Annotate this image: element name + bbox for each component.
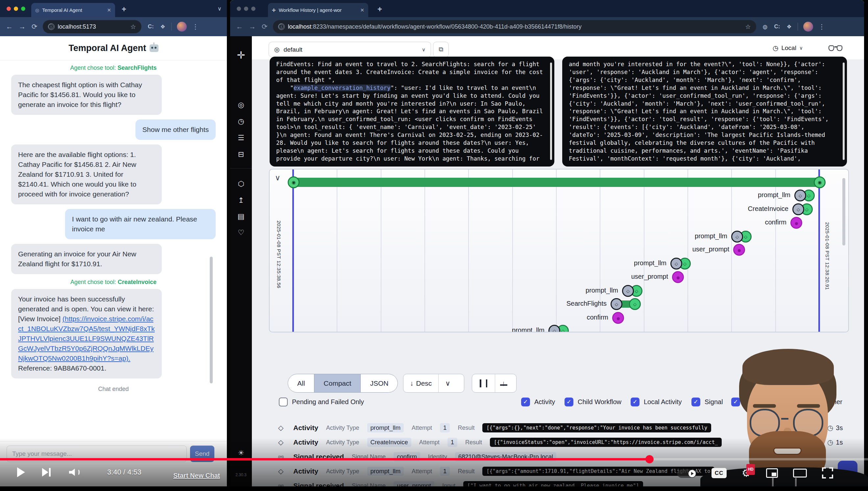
view-tab-compact[interactable]: Compact — [314, 374, 360, 392]
signal-marker[interactable] — [612, 312, 624, 324]
docs-icon[interactable]: ▤ — [230, 212, 252, 221]
sort-desc-button[interactable]: ↓Desc — [403, 374, 438, 392]
site-info-icon[interactable]: ⓘ — [48, 23, 55, 30]
temporal-logo-icon[interactable]: ✛ — [230, 49, 252, 61]
settings-gear-icon[interactable]: ⚙HD — [742, 468, 751, 478]
event-history-timeline[interactable]: ∨ 2025-01-08 PST 12:35:38.56 2025-01-08 … — [269, 169, 849, 333]
chat-scrollbar[interactable] — [210, 257, 213, 383]
activity-scheduled-marker[interactable]: ◇ — [622, 285, 634, 297]
bookmark-star-icon[interactable]: ☆ — [745, 23, 751, 31]
tab-close-icon[interactable]: ✕ — [107, 7, 111, 13]
reload-icon[interactable]: ⟳ — [32, 23, 37, 31]
back-icon[interactable]: ← — [236, 23, 243, 31]
activity-scheduled-marker[interactable]: ◇ — [671, 258, 682, 269]
download-button[interactable]: ↓ — [495, 374, 512, 392]
codec-server-icon[interactable]: ⬡ — [230, 180, 252, 188]
start-new-chat-link[interactable]: Start New Chat — [173, 472, 220, 480]
new-tab-button[interactable]: + — [377, 5, 382, 14]
invoice-link[interactable]: (https://invoice.stripe.com/i/acct_1NBOL… — [18, 315, 155, 362]
bookmark-star-icon[interactable]: ☆ — [130, 23, 136, 31]
import-icon[interactable]: ↥ — [230, 196, 252, 205]
zoom-window-button[interactable] — [251, 7, 255, 11]
collapse-timeline-chevron-icon[interactable]: ∨ — [275, 173, 280, 182]
profile-avatar[interactable] — [803, 22, 813, 32]
address-bar[interactable]: ⓘ localhost:5173 ☆ — [43, 20, 142, 33]
profile-avatar[interactable] — [177, 22, 187, 32]
activity-scheduled-marker[interactable]: ◇ — [549, 325, 560, 333]
address-bar[interactable]: ⓘ localhost:8233/namespaces/default/work… — [273, 20, 756, 33]
signal-marker[interactable] — [672, 271, 684, 283]
chat-message-list[interactable]: Agent chose tool: SearchFlightsThe cheap… — [0, 61, 227, 440]
theater-mode-button[interactable] — [793, 469, 807, 478]
activity-scheduled-marker[interactable]: ◇ — [611, 298, 622, 310]
video-progress-played[interactable] — [0, 458, 649, 460]
zoom-window-button[interactable] — [21, 7, 25, 11]
password-manager-icon[interactable]: ◍ — [763, 23, 768, 30]
timezone-select[interactable]: ◷ Local ∨ — [773, 44, 803, 52]
checkbox-checked[interactable]: ✓ — [631, 398, 640, 406]
tab-list-chevron-icon[interactable]: ∨ — [218, 5, 222, 12]
signal-marker[interactable] — [733, 244, 745, 256]
new-tab-button[interactable]: + — [122, 5, 126, 14]
namespace-select[interactable]: ◎ default ∨ — [269, 42, 431, 57]
reload-icon[interactable]: ⟳ — [262, 23, 268, 31]
browser-menu-icon[interactable]: ⋮ — [192, 23, 199, 31]
minimize-window-button[interactable] — [244, 7, 248, 11]
feedback-icon[interactable]: ♡ — [230, 228, 252, 237]
activity-scheduled-marker[interactable]: ◇ — [794, 190, 806, 201]
back-icon[interactable]: ← — [6, 23, 13, 31]
workflow-execution-bar[interactable] — [293, 178, 820, 187]
volume-icon[interactable] — [69, 467, 82, 477]
signal-marker[interactable] — [790, 217, 802, 229]
view-tab-json[interactable]: JSON — [360, 374, 398, 392]
activity-scheduled-marker[interactable]: ◇ — [793, 203, 804, 215]
forward-icon[interactable]: → — [19, 23, 26, 31]
captions-button[interactable]: CC — [712, 468, 726, 478]
namespaces-icon[interactable]: ◎ — [230, 101, 252, 109]
tab-close-icon[interactable]: ✕ — [360, 7, 364, 13]
sort-chevron-button[interactable]: ∨ — [438, 374, 457, 392]
open-namespace-button[interactable]: ⧉ — [433, 42, 449, 57]
workflow-end-marker[interactable]: ◉ — [814, 176, 826, 188]
tab-workflow-history[interactable]: ✛ Workflow History | agent-wor ✕ — [268, 3, 368, 17]
window-controls[interactable] — [7, 7, 25, 11]
close-window-button[interactable] — [237, 7, 241, 11]
filter-local-activity[interactable]: ✓Local Activity — [631, 398, 682, 406]
tab-temporal-ai-agent[interactable]: ◎ Temporal AI Agent ✕ — [31, 3, 115, 17]
next-video-button[interactable] — [42, 467, 52, 477]
code-scrollbar[interactable] — [843, 62, 845, 160]
activity-completed-marker[interactable]: ◇ — [629, 298, 641, 310]
autoplay-toggle[interactable] — [677, 469, 696, 478]
timeline-scrollbar[interactable] — [842, 178, 845, 246]
filter-activity[interactable]: ✓Activity — [521, 398, 555, 406]
pause-button[interactable] — [472, 374, 495, 392]
checkbox-checked[interactable]: ✓ — [691, 398, 700, 406]
view-tab-all[interactable]: All — [288, 374, 314, 392]
window-controls[interactable] — [237, 7, 255, 11]
pending-failed-filter[interactable]: Pending and Failed Only — [279, 398, 364, 406]
video-scrubber-handle[interactable] — [645, 455, 654, 463]
labs-glasses-icon[interactable] — [828, 45, 843, 53]
fullscreen-button[interactable] — [822, 467, 833, 479]
checkbox-unchecked[interactable] — [279, 398, 288, 406]
miniplayer-button[interactable] — [766, 468, 778, 478]
schedules-icon[interactable]: ◷ — [230, 117, 252, 126]
filter-child-workflow[interactable]: ✓Child Workflow — [564, 398, 621, 406]
code-panel-result[interactable]: and month you're interested in for the e… — [562, 57, 847, 167]
play-button[interactable] — [17, 467, 25, 477]
browser-menu-icon[interactable]: ⋮ — [818, 23, 825, 31]
checkbox-checked[interactable]: ✓ — [521, 398, 530, 406]
theme-toggle-icon[interactable]: ☀ — [230, 449, 252, 457]
minimize-window-button[interactable] — [14, 7, 18, 11]
code-panel-input[interactable]: FindEvents: Find an event to travel to 2… — [270, 57, 554, 167]
workflow-start-marker[interactable]: ◉ — [288, 176, 300, 188]
extensions-puzzle-icon[interactable]: ❖ — [160, 23, 165, 30]
extension-icon[interactable]: C: — [148, 23, 154, 30]
code-scrollbar[interactable] — [550, 62, 552, 160]
extensions-puzzle-icon[interactable]: ❖ — [786, 23, 792, 30]
checkbox-checked[interactable]: ✓ — [564, 398, 574, 406]
activity-scheduled-marker[interactable]: ◇ — [731, 231, 743, 242]
extension-icon[interactable]: C: — [774, 23, 780, 30]
site-info-icon[interactable]: ⓘ — [278, 23, 285, 30]
close-window-button[interactable] — [7, 7, 11, 11]
